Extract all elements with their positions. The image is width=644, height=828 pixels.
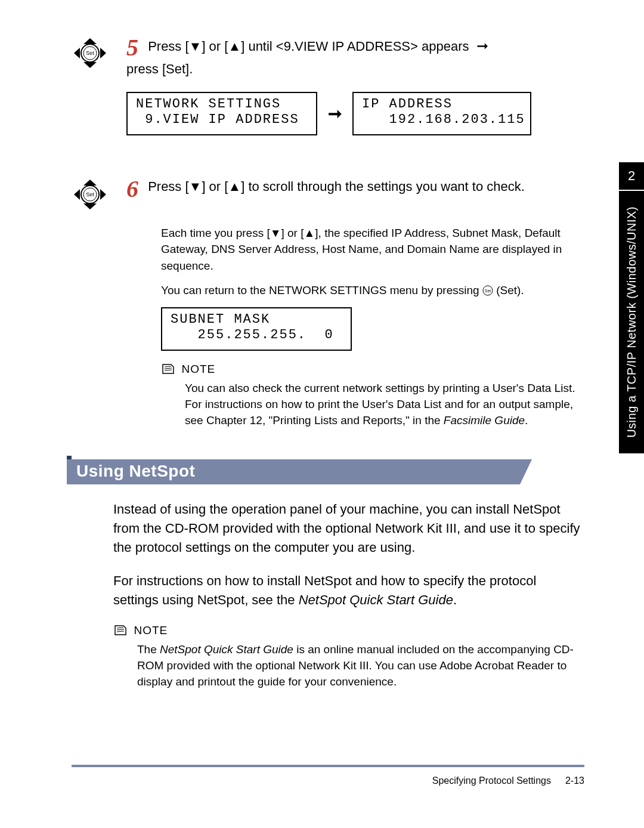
set-button-icon: Set	[72, 37, 109, 72]
down-arrow-icon: ▼	[189, 39, 202, 54]
note-label: NOTE	[134, 624, 168, 637]
note-icon	[161, 363, 175, 377]
note-text: The NetSpot Quick Start Guide is an onli…	[137, 642, 584, 690]
section-para-2: For instructions on how to install NetSp…	[113, 571, 584, 610]
footer-title: Specifying Protocol Settings	[432, 776, 551, 786]
section-para-1: Instead of using the operation panel of …	[113, 500, 584, 557]
note-block: NOTE	[161, 363, 584, 378]
note-block: NOTE	[113, 624, 584, 639]
section-heading-text: Using NetSpot	[76, 462, 195, 481]
step-6-instruction: 6 Press [▼] or [▲] to scroll through the…	[126, 177, 584, 201]
right-arrow-icon: ➞	[476, 38, 488, 54]
set-inline-icon: Set	[482, 285, 493, 296]
section-heading: Using NetSpot	[67, 456, 544, 484]
step-6-description: Each time you press [▼] or [▲], the spec…	[161, 225, 584, 274]
set-button-icon: Set	[72, 178, 109, 213]
page-footer: Specifying Protocol Settings 2-13	[72, 765, 584, 786]
step-6-return-note: You can return to the NETWORK SETTINGS m…	[161, 282, 584, 299]
note-icon	[113, 624, 128, 638]
chapter-label: Using a TCP/IP Network (Windows/UNIX)	[625, 206, 639, 438]
side-tab: 2 Using a TCP/IP Network (Windows/UNIX)	[619, 162, 644, 453]
step-6: Set 6 Press [▼] or [▲] to scroll through…	[72, 177, 584, 213]
step-number: 5	[126, 36, 138, 60]
page-number: 2-13	[565, 776, 584, 786]
lcd-screen-ip: IP ADDRESS 192.168.203.115	[352, 92, 531, 135]
right-arrow-icon: ➞	[328, 104, 342, 123]
step-5-instruction: 5 Press [▼] or [▲] until <9.VIEW IP ADDR…	[126, 36, 584, 79]
set-label: Set	[86, 50, 94, 56]
step-number: 6	[126, 177, 138, 201]
up-arrow-icon: ▲	[228, 39, 241, 54]
note-text: You can also check the current network s…	[185, 381, 584, 428]
note-label: NOTE	[181, 363, 215, 375]
down-arrow-icon: ▼	[189, 179, 202, 194]
lcd-screen-network: NETWORK SETTINGS 9.VIEW IP ADDRESS	[126, 92, 317, 135]
chapter-number: 2	[619, 162, 644, 190]
step-5: Set 5 Press [▼] or [▲] until <9.VIEW IP …	[72, 36, 584, 141]
lcd-screen-subnet: SUBNET MASK 255.255.255. 0	[161, 307, 352, 351]
set-label: Set	[86, 191, 94, 197]
up-arrow-icon: ▲	[228, 179, 241, 194]
svg-text:Set: Set	[485, 289, 491, 293]
lcd-row: NETWORK SETTINGS 9.VIEW IP ADDRESS ➞ IP …	[126, 92, 584, 135]
